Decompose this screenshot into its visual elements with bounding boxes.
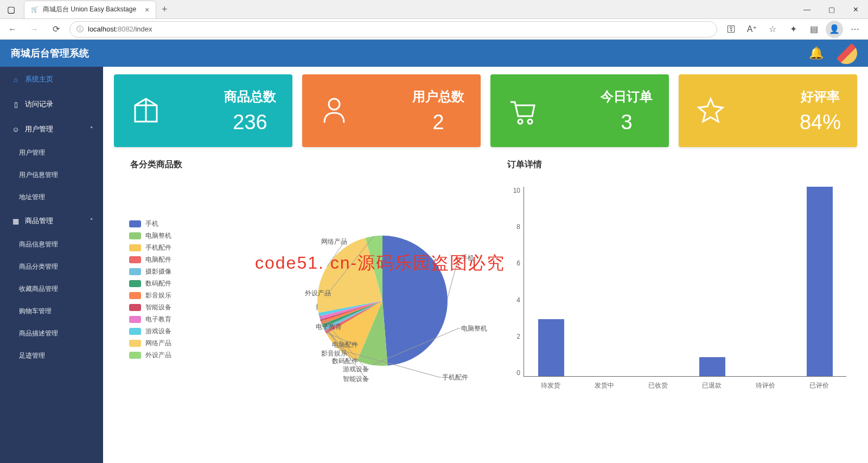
collections-icon[interactable]: ▤ [805,21,822,38]
tab-close-icon[interactable]: × [145,5,149,14]
menu-icon: ▦ [10,217,22,225]
url-path: /index [133,25,152,33]
legend-label: 数码配件 [145,279,171,288]
sidebar-subitem[interactable]: 商品分类管理 [0,256,103,278]
browser-tab[interactable]: 🛒 商城后台 Union Easy Backstage × [24,1,156,18]
legend-item[interactable]: 游戏设备 [129,327,171,336]
legend-label: 摄影摄像 [145,267,171,276]
legend-item[interactable]: 智能设备 [129,303,171,312]
forward-button[interactable]: → [26,21,42,37]
stat-icon [692,92,730,130]
legend-swatch [129,280,141,287]
legend-item[interactable]: 电脑配件 [129,255,171,264]
sidebar-item-2[interactable]: ☺用户管理˄ [0,117,103,142]
stat-label: 用户总数 [412,88,464,105]
legend-item[interactable]: 电脑整机 [129,231,171,240]
sidebar-subitem[interactable]: 足迹管理 [0,345,103,367]
user-avatar[interactable] [835,42,857,64]
chevron-up-icon: ˄ [90,218,93,225]
stat-card-1[interactable]: 用户总数2 [302,74,481,147]
slice-label: 网络产品 [321,238,347,245]
sidebar-subitem[interactable]: 商品信息管理 [0,233,103,256]
sidebar-subitem[interactable]: 用户信息管理 [0,164,103,186]
y-tick: 2 [508,333,520,340]
sidebar-subitem[interactable]: 商品描述管理 [0,322,103,345]
app-header: 商城后台管理系统 🔔 [0,40,868,67]
legend-swatch [129,244,141,251]
legend-item[interactable]: 电子教育 [129,315,171,324]
refresh-button[interactable]: ⟳ [48,21,64,37]
sidebar-item-3[interactable]: ▦商品管理˄ [0,208,103,233]
bar-chart-title: 订单详情 [491,156,857,176]
stat-value: 3 [601,111,653,134]
back-button[interactable]: ← [4,21,21,37]
pie-chart-title: 各分类商品数 [114,156,480,176]
sidebar-subitem[interactable]: 地址管理 [0,186,103,208]
slice-label: 电脑整机 [461,325,487,332]
key-icon[interactable]: ⚿ [723,21,740,38]
x-tick: 待发货 [524,381,577,390]
url-port: 8082 [118,25,133,33]
stat-card-3[interactable]: 好评率84% [679,74,857,147]
bar-chart-panel: 订单详情 1086420 待发货发货中已收货已退款待评价已评价 [491,156,857,404]
legend-label: 电脑整机 [145,231,171,240]
bar-0[interactable] [538,319,564,376]
legend-swatch [129,352,141,359]
stat-icon [503,92,541,130]
stat-label: 商品总数 [224,88,276,105]
pie-chart: 手机电脑整机手机配件电脑配件摄影摄像数码配件影音娱乐智能设备电子教育游戏设备网络… [250,198,439,404]
sidebar-subitem[interactable]: 用户管理 [0,142,103,164]
stat-card-0[interactable]: 商品总数236 [114,74,292,147]
maximize-button[interactable]: ▢ [819,0,844,19]
tab-title: 商城后台 Union Easy Backstage [43,5,136,14]
legend-item[interactable]: 手机 [129,219,171,229]
legend-item[interactable]: 数码配件 [129,279,171,288]
sidebar-subitem[interactable]: 购物车管理 [0,300,103,322]
sidebar-item-1[interactable]: ▯访问记录 [0,92,103,117]
legend-label: 外设产品 [145,351,171,360]
legend-swatch [129,232,141,239]
stat-card-2[interactable]: 今日订单3 [490,74,669,147]
legend-item[interactable]: 网络产品 [129,339,171,348]
stat-label: 好评率 [800,88,841,105]
y-tick: 10 [508,187,520,194]
read-aloud-icon[interactable]: A⁺ [743,21,761,38]
close-window-button[interactable]: ✕ [844,0,868,19]
favorites-bar-icon[interactable]: ✦ [784,21,802,38]
more-icon[interactable]: ⋯ [846,21,864,38]
bar-x-axis: 待发货发货中已收货已退款待评价已评价 [524,381,846,390]
x-tick: 待评价 [739,381,793,390]
url-input[interactable]: ⓘ localhost:8082/index [69,21,717,37]
legend-swatch [129,328,141,335]
legend-item[interactable]: 影音娱乐 [129,291,171,300]
legend-swatch [129,256,141,263]
y-tick: 8 [508,223,520,231]
main-content: 商品总数236用户总数2今日订单3好评率84% 各分类商品数 手机电脑整机手机配… [103,67,868,463]
sidebar-item-0[interactable]: ⌂系统主页 [0,67,103,92]
stat-value: 2 [412,111,464,134]
legend-item[interactable]: 手机配件 [129,243,171,252]
tab-groups-icon[interactable]: ▢ [0,0,22,19]
legend-item[interactable]: 摄影摄像 [129,267,171,276]
chevron-up-icon: ˄ [90,126,93,133]
legend-label: 智能设备 [145,303,171,312]
sidebar-subitem[interactable]: 收藏商品管理 [0,278,103,300]
legend-label: 手机 [145,219,158,229]
site-info-icon[interactable]: ⓘ [76,24,84,34]
favorite-icon[interactable]: ☆ [764,21,781,38]
slice-label: 影音娱乐 [321,350,347,357]
bar-5[interactable] [807,187,833,376]
profile-icon[interactable]: 👤 [826,21,843,38]
legend-swatch [129,220,141,227]
legend-swatch [129,268,141,275]
svg-point-0 [329,99,340,110]
bar-3[interactable] [699,357,725,376]
legend-item[interactable]: 外设产品 [129,351,171,360]
y-tick: 6 [508,259,520,267]
minimize-button[interactable]: — [795,0,819,19]
legend-swatch [129,292,141,299]
notification-bell-icon[interactable]: 🔔 [809,46,824,60]
new-tab-button[interactable]: + [156,4,173,15]
legend-label: 网络产品 [145,339,171,348]
url-host: localhost: [88,25,118,33]
